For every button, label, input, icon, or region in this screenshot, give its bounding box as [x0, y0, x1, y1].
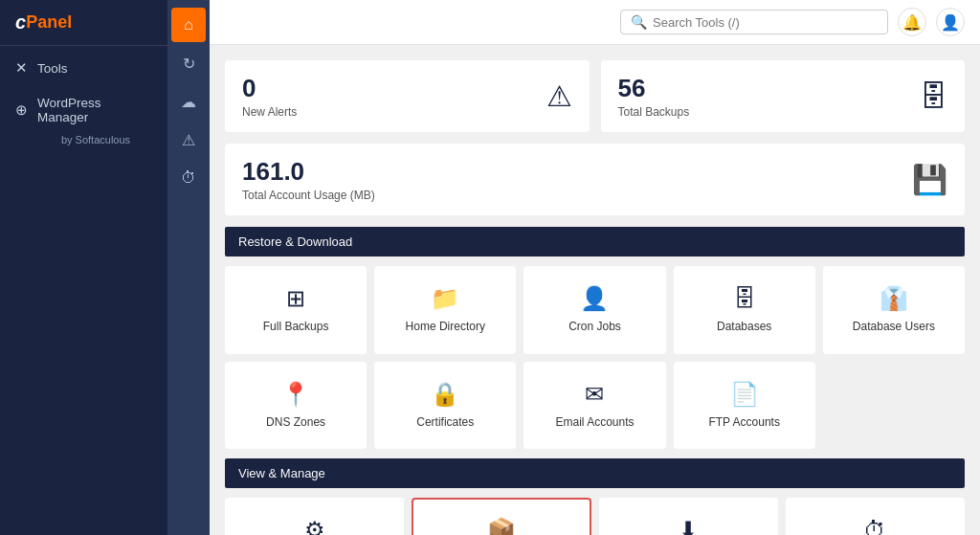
full-backups-icon: ⊞	[286, 285, 305, 312]
grid-item-dns-zones[interactable]: 📍 DNS Zones	[225, 362, 367, 450]
search-icon: 🔍	[631, 14, 647, 30]
grid-item-queue[interactable]: ⏱ Queue	[786, 498, 965, 535]
sidebar-divider	[0, 45, 167, 46]
grid-item-ftp-accounts[interactable]: 📄 FTP Accounts	[674, 362, 815, 450]
backups-value: 56	[618, 74, 690, 103]
grid-item-email-accounts[interactable]: ✉ Email Accounts	[523, 362, 665, 450]
stats-row: 0 New Alerts ⚠ 56 Total Backups 🗄	[225, 60, 965, 132]
database-users-label: Database Users	[853, 320, 935, 335]
icon-nav: ⌂ ↻ ☁ ⚠ ⏱	[167, 0, 210, 535]
icon-nav-home[interactable]: ⌂	[171, 8, 206, 42]
home-directory-label: Home Directory	[406, 320, 485, 335]
cron-jobs-icon: 👤	[580, 285, 609, 312]
dns-zones-icon: 📍	[281, 381, 310, 408]
main: 🔍 🔔 👤 0 New Alerts ⚠ 56 Total Backups 🗄	[210, 0, 980, 535]
tools-icon: ✕	[15, 59, 28, 77]
section-header-manage: View & Manage	[225, 458, 965, 488]
grid-item-databases[interactable]: 🗄 Databases	[674, 266, 815, 354]
usage-row: 161.0 Total Account Usage (MB) 💾	[225, 144, 965, 215]
usage-label: Total Account Usage (MB)	[242, 189, 375, 202]
usage-value: 161.0	[242, 157, 375, 187]
restore-grid: ⊞ Full Backups 📁 Home Directory 👤 Cron J…	[225, 266, 965, 449]
grid-item-view-downloads[interactable]: ⬇ View Downloads	[599, 498, 778, 535]
sidebar-item-wordpress[interactable]: ⊕ WordPress Manager by Softaculous	[0, 86, 167, 155]
manage-account-icon: ⚙	[304, 517, 325, 535]
alerts-value: 0	[242, 74, 297, 103]
user-icon[interactable]: 👤	[936, 8, 965, 36]
home-directory-icon: 📁	[431, 285, 459, 312]
section-header-restore: Restore & Download	[225, 227, 965, 256]
queue-icon: ⏱	[863, 517, 886, 535]
grid-item-cron-jobs[interactable]: 👤 Cron Jobs	[523, 266, 665, 354]
ftp-accounts-icon: 📄	[730, 381, 759, 408]
cron-jobs-label: Cron Jobs	[568, 320, 621, 335]
view-downloads-icon: ⬇	[679, 517, 698, 535]
manage-grid: ⚙ Manage Account 📦 Create Backup On Dema…	[225, 498, 965, 535]
certificates-icon: 🔒	[431, 381, 459, 408]
email-accounts-icon: ✉	[585, 381, 604, 408]
backups-icon: 🗄	[919, 80, 947, 113]
notifications-icon[interactable]: 🔔	[898, 8, 926, 36]
grid-item-certificates[interactable]: 🔒 Certificates	[374, 362, 516, 450]
sidebar-item-tools-label: Tools	[37, 61, 68, 76]
stat-card-backups[interactable]: 56 Total Backups 🗄	[601, 60, 966, 132]
topbar: 🔍 🔔 👤	[210, 0, 980, 45]
certificates-label: Certificates	[416, 415, 474, 431]
dns-zones-label: DNS Zones	[266, 415, 325, 431]
ftp-accounts-label: FTP Accounts	[708, 415, 779, 431]
sidebar-item-wordpress-sub: by Softaculous	[61, 134, 130, 145]
grid-item-full-backups[interactable]: ⊞ Full Backups	[225, 266, 367, 354]
usage-icon: 💾	[912, 163, 947, 196]
stat-card-usage[interactable]: 161.0 Total Account Usage (MB) 💾	[225, 144, 965, 215]
grid-item-database-users[interactable]: 👔 Database Users	[823, 266, 965, 354]
grid-item-manage-account[interactable]: ⚙ Manage Account	[225, 498, 404, 535]
search-box[interactable]: 🔍	[620, 10, 888, 34]
icon-nav-clock[interactable]: ⏱	[171, 161, 206, 195]
icon-nav-warning[interactable]: ⚠	[171, 123, 206, 157]
alerts-label: New Alerts	[242, 105, 297, 119]
database-users-icon: 👔	[880, 285, 908, 312]
wordpress-icon: ⊕	[15, 101, 28, 119]
icon-nav-cloud[interactable]: ☁	[171, 84, 206, 119]
grid-item-create-backup[interactable]: 📦 Create Backup On Demand	[412, 498, 590, 535]
databases-label: Databases	[717, 320, 771, 335]
cpanel-logo: cPanel	[0, 0, 167, 41]
alerts-icon: ⚠	[546, 79, 572, 113]
email-accounts-label: Email Accounts	[555, 415, 634, 431]
icon-nav-refresh[interactable]: ↻	[171, 46, 206, 80]
create-backup-icon: 📦	[487, 517, 516, 535]
content: 0 New Alerts ⚠ 56 Total Backups 🗄 161.0 …	[210, 45, 980, 535]
sidebar: cPanel ✕ Tools ⊕ WordPress Manager by So…	[0, 0, 167, 535]
sidebar-item-wordpress-label: WordPress Manager	[37, 96, 152, 124]
stat-card-alerts[interactable]: 0 New Alerts ⚠	[225, 60, 590, 132]
sidebar-item-tools[interactable]: ✕ Tools	[0, 50, 167, 86]
backups-label: Total Backups	[618, 105, 690, 119]
grid-item-home-directory[interactable]: 📁 Home Directory	[374, 266, 516, 354]
search-input[interactable]	[653, 15, 878, 30]
databases-icon: 🗄	[733, 285, 756, 312]
full-backups-label: Full Backups	[263, 320, 329, 335]
